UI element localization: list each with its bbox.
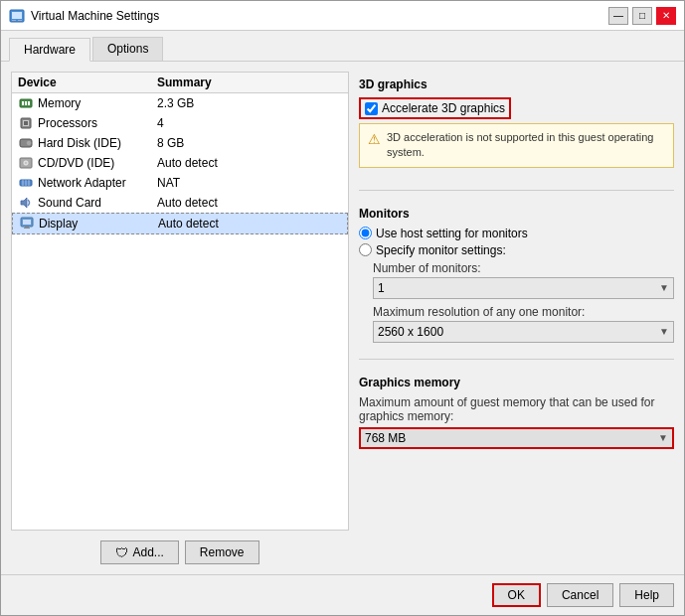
memory-summary: 2.3 GB: [157, 96, 342, 110]
device-row-display[interactable]: Display Auto detect: [12, 213, 348, 234]
device-row-network[interactable]: Network Adapter NAT: [12, 173, 348, 193]
max-res-arrow: ▼: [659, 326, 669, 337]
bottom-right-buttons: OK Cancel Help: [492, 583, 674, 607]
radio-host-label[interactable]: Use host setting for monitors: [376, 227, 528, 240]
memory-name: Memory: [38, 96, 157, 110]
col-summary-header: Summary: [157, 76, 342, 89]
device-table: Device Summary Memory 2.3 GB Proce: [11, 72, 349, 531]
max-res-group: Maximum resolution of any one monitor: 2…: [373, 305, 674, 343]
harddisk-summary: 8 GB: [157, 136, 342, 150]
ok-button[interactable]: OK: [492, 583, 541, 607]
max-res-value: 2560 x 1600: [378, 325, 443, 339]
num-monitors-arrow: ▼: [659, 282, 669, 293]
col-device-header: Device: [18, 76, 157, 89]
svg-marker-21: [21, 198, 27, 208]
warning-text: 3D acceleration is not supported in this…: [387, 130, 665, 161]
content-area: Device Summary Memory 2.3 GB Proce: [1, 62, 684, 574]
svg-rect-25: [24, 228, 30, 229]
display-name: Display: [39, 217, 158, 231]
device-row-memory[interactable]: Memory 2.3 GB: [12, 93, 348, 113]
3d-graphics-section: 3D graphics Accelerate 3D graphics ⚠ 3D …: [359, 72, 674, 174]
svg-rect-23: [23, 220, 31, 225]
memory-icon: [18, 95, 34, 111]
num-monitors-value: 1: [378, 281, 385, 295]
max-res-dropdown[interactable]: 2560 x 1600 ▼: [373, 321, 674, 343]
num-monitors-label: Number of monitors:: [373, 261, 674, 275]
radio-specify[interactable]: [359, 243, 372, 256]
svg-point-13: [28, 142, 30, 144]
processors-name: Processors: [38, 116, 157, 130]
add-icon: 🛡: [115, 545, 128, 560]
svg-rect-5: [22, 101, 24, 105]
graphics-memory-value: 768 MB: [365, 431, 406, 445]
title-bar: Virtual Machine Settings — □ ✕: [1, 1, 684, 31]
3d-graphics-title: 3D graphics: [359, 77, 674, 91]
maximize-button[interactable]: □: [632, 7, 652, 25]
harddisk-icon: [18, 135, 34, 151]
accelerate-3d-label[interactable]: Accelerate 3D graphics: [359, 97, 511, 119]
monitors-title: Monitors: [359, 207, 674, 221]
tab-bar: Hardware Options: [1, 31, 684, 62]
window-icon: [9, 8, 25, 24]
device-row-sound[interactable]: Sound Card Auto detect: [12, 193, 348, 213]
device-row-cddvd[interactable]: CD/DVD (IDE) Auto detect: [12, 153, 348, 173]
num-monitors-group: Number of monitors: 1 ▼: [373, 261, 674, 299]
help-button[interactable]: Help: [619, 583, 674, 607]
title-bar-buttons: — □ ✕: [608, 7, 676, 25]
graphics-memory-title: Graphics memory: [359, 376, 674, 389]
monitors-section: Monitors Use host setting for monitors S…: [359, 207, 674, 343]
device-row-harddisk[interactable]: Hard Disk (IDE) 8 GB: [12, 133, 348, 153]
sound-summary: Auto detect: [157, 196, 342, 210]
svg-rect-7: [28, 101, 30, 105]
max-res-label: Maximum resolution of any one monitor:: [373, 305, 674, 319]
accelerate-3d-checkbox[interactable]: [365, 102, 378, 115]
cddvd-summary: Auto detect: [157, 156, 342, 170]
graphics-memory-dropdown[interactable]: 768 MB ▼: [359, 427, 674, 449]
minimize-button[interactable]: —: [608, 7, 628, 25]
svg-rect-1: [12, 12, 22, 19]
svg-rect-2: [12, 20, 16, 21]
radio-specify-row: Specify monitor settings:: [359, 243, 674, 257]
left-panel: Device Summary Memory 2.3 GB Proce: [11, 72, 349, 564]
accelerate-3d-text: Accelerate 3D graphics: [382, 101, 505, 115]
cddvd-name: CD/DVD (IDE): [38, 156, 157, 170]
warning-icon: ⚠: [368, 131, 381, 147]
harddisk-name: Hard Disk (IDE): [38, 136, 157, 150]
remove-button[interactable]: Remove: [185, 540, 259, 564]
svg-rect-10: [24, 121, 28, 125]
device-row-processors[interactable]: Processors 4: [12, 113, 348, 133]
title-bar-left: Virtual Machine Settings: [9, 8, 159, 24]
window-title: Virtual Machine Settings: [31, 9, 159, 23]
network-summary: NAT: [157, 176, 342, 190]
sound-name: Sound Card: [38, 196, 157, 210]
processor-icon: [18, 115, 34, 131]
close-button[interactable]: ✕: [656, 7, 676, 25]
tab-hardware[interactable]: Hardware: [9, 38, 90, 62]
graphics-memory-section: Graphics memory Maximum amount of guest …: [359, 376, 674, 449]
virtual-machine-settings-window: Virtual Machine Settings — □ ✕ Hardware …: [0, 0, 685, 616]
svg-point-16: [25, 162, 27, 164]
cancel-button[interactable]: Cancel: [547, 583, 613, 607]
divider-1: [359, 190, 674, 191]
display-summary: Auto detect: [158, 217, 341, 231]
network-icon: [18, 175, 34, 191]
radio-host[interactable]: [359, 227, 372, 239]
add-button[interactable]: 🛡 Add...: [100, 540, 178, 564]
divider-2: [359, 359, 674, 360]
graphics-memory-arrow: ▼: [658, 432, 668, 443]
cddvd-icon: [18, 155, 34, 171]
radio-host-row: Use host setting for monitors: [359, 227, 674, 240]
processors-summary: 4: [157, 116, 342, 130]
device-table-header: Device Summary: [12, 73, 348, 93]
right-panel: 3D graphics Accelerate 3D graphics ⚠ 3D …: [359, 72, 674, 564]
network-name: Network Adapter: [38, 176, 157, 190]
warning-box: ⚠ 3D acceleration is not supported in th…: [359, 123, 674, 168]
bottom-bar: OK Cancel Help: [1, 574, 684, 615]
graphics-memory-desc: Maximum amount of guest memory that can …: [359, 395, 674, 423]
device-action-buttons: 🛡 Add... Remove: [11, 540, 349, 564]
tab-options[interactable]: Options: [92, 37, 163, 61]
svg-rect-6: [25, 101, 27, 105]
display-icon: [19, 216, 35, 231]
radio-specify-label[interactable]: Specify monitor settings:: [376, 243, 506, 257]
num-monitors-dropdown[interactable]: 1 ▼: [373, 277, 674, 299]
